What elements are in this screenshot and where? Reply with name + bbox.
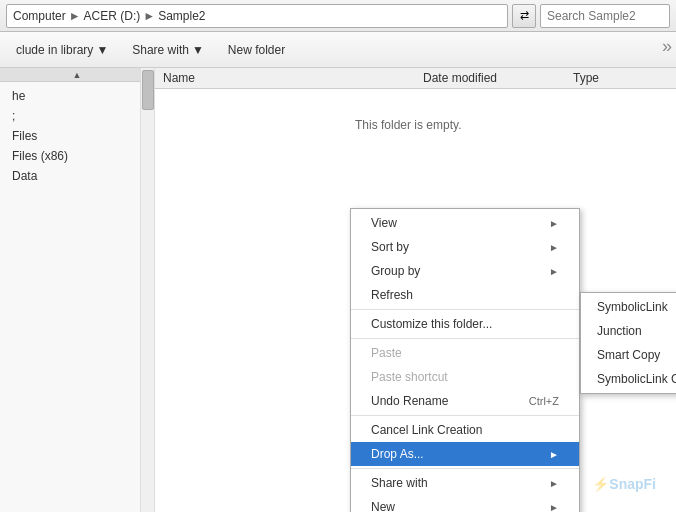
submenu-symbolic-link-clone[interactable]: SymbolicLink Clone: [581, 367, 676, 391]
menu-arrow-drop: ►: [549, 449, 559, 460]
address-bar: Computer ► ACER (D:) ► Sample2 ⇄: [0, 0, 676, 32]
sidebar-items: he ; Files Files (x86) Data: [0, 82, 154, 190]
path-folder: Sample2: [158, 9, 205, 23]
menu-item-group-by[interactable]: Group by ►: [351, 259, 579, 283]
menu-arrow-sort: ►: [549, 242, 559, 253]
menu-item-share-with[interactable]: Share with ►: [351, 471, 579, 495]
submenu-smart-copy[interactable]: Smart Copy: [581, 343, 676, 367]
menu-separator-4: [351, 468, 579, 469]
include-library-arrow-icon: ▼: [96, 43, 108, 57]
submenu-symbolic-link[interactable]: SymbolicLink: [581, 295, 676, 319]
menu-arrow-share: ►: [549, 478, 559, 489]
menu-item-paste[interactable]: Paste: [351, 341, 579, 365]
submenu-junction[interactable]: Junction: [581, 319, 676, 343]
menu-item-new[interactable]: New ►: [351, 495, 579, 512]
refresh-button[interactable]: ⇄: [512, 4, 536, 28]
new-folder-button[interactable]: New folder: [220, 39, 293, 61]
menu-separator-1: [351, 309, 579, 310]
path-drive: ACER (D:): [84, 9, 141, 23]
column-name[interactable]: Name: [155, 71, 415, 85]
menu-item-undo-rename[interactable]: Undo Rename Ctrl+Z: [351, 389, 579, 413]
sidebar-item-he[interactable]: he: [0, 86, 154, 106]
menu-shortcut-undo: Ctrl+Z: [529, 395, 559, 407]
menu-item-cancel-link[interactable]: Cancel Link Creation: [351, 418, 579, 442]
menu-separator-2: [351, 338, 579, 339]
menu-separator-3: [351, 415, 579, 416]
menu-arrow-view: ►: [549, 218, 559, 229]
menu-arrow-group: ►: [549, 266, 559, 277]
sidebar-scroll-up[interactable]: ▲: [0, 68, 154, 82]
toolbar: clude in library ▼ Share with ▼ New fold…: [0, 32, 676, 68]
submenu-drop-as: SymbolicLink Junction Smart Copy Symboli…: [580, 292, 676, 394]
empty-folder-message: This folder is empty.: [355, 118, 461, 132]
sidebar: ▲ he ; Files Files (x86) Data: [0, 68, 155, 512]
menu-arrow-new: ►: [549, 502, 559, 513]
share-with-button[interactable]: Share with ▼: [124, 39, 212, 61]
menu-item-refresh[interactable]: Refresh: [351, 283, 579, 307]
search-input[interactable]: [540, 4, 670, 28]
sidebar-scrollbar[interactable]: [140, 68, 154, 512]
path-computer: Computer: [13, 9, 66, 23]
column-headers: Name Date modified Type: [155, 68, 676, 89]
share-with-arrow-icon: ▼: [192, 43, 204, 57]
menu-item-sort-by[interactable]: Sort by ►: [351, 235, 579, 259]
sidebar-item-semicolon[interactable]: ;: [0, 106, 154, 126]
toolbar-expand-icon[interactable]: »: [662, 36, 672, 57]
address-path[interactable]: Computer ► ACER (D:) ► Sample2: [6, 4, 508, 28]
main-layout: ▲ he ; Files Files (x86) Data Name Date …: [0, 68, 676, 512]
sidebar-item-data[interactable]: Data: [0, 166, 154, 186]
sidebar-item-files[interactable]: Files: [0, 126, 154, 146]
include-library-button[interactable]: clude in library ▼: [8, 39, 116, 61]
context-menu: View ► Sort by ► Group by ► Refresh Cust…: [350, 208, 580, 512]
watermark: ⚡SnapFi: [592, 476, 656, 492]
sidebar-item-files-x86[interactable]: Files (x86): [0, 146, 154, 166]
column-date-modified[interactable]: Date modified: [415, 71, 565, 85]
menu-item-paste-shortcut[interactable]: Paste shortcut: [351, 365, 579, 389]
sidebar-scroll-thumb[interactable]: [142, 70, 154, 110]
menu-item-customize[interactable]: Customize this folder...: [351, 312, 579, 336]
menu-item-drop-as[interactable]: Drop As... ►: [351, 442, 579, 466]
menu-item-view[interactable]: View ►: [351, 211, 579, 235]
content-area: Name Date modified Type This folder is e…: [155, 68, 676, 512]
column-type[interactable]: Type: [565, 71, 607, 85]
